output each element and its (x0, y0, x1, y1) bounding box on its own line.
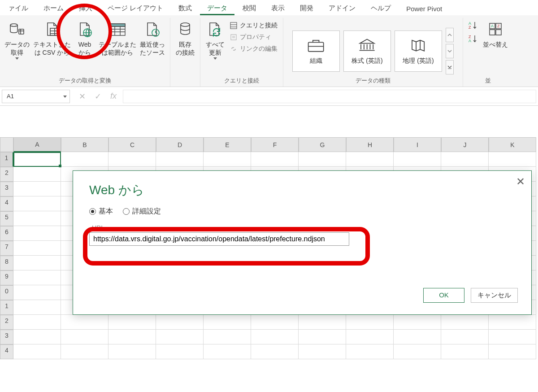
select-all-corner[interactable] (0, 137, 13, 152)
cell[interactable] (489, 315, 536, 330)
formula-input[interactable] (123, 90, 536, 103)
from-csv-button[interactable]: テキストまた は CSV から (31, 18, 73, 57)
sort-desc-button[interactable]: ZA (467, 33, 480, 44)
cancel-button[interactable]: キャンセル (471, 288, 518, 303)
row-header[interactable]: 0 (0, 285, 13, 300)
cell[interactable] (299, 344, 346, 359)
tab-help[interactable]: ヘルプ (364, 1, 398, 15)
row-header[interactable]: 4 (0, 196, 13, 211)
get-data-button[interactable]: データの 取得 (3, 18, 31, 60)
row-header[interactable]: 2 (0, 167, 13, 182)
cell[interactable] (13, 270, 61, 285)
fx-icon[interactable]: fx (110, 91, 117, 101)
cell[interactable] (489, 344, 536, 359)
cell[interactable] (346, 330, 394, 344)
col-header-J[interactable]: J (441, 137, 489, 152)
ok-button[interactable]: OK (423, 288, 464, 303)
tab-insert[interactable]: 挿入 (72, 1, 100, 15)
row-header[interactable]: 3 (0, 330, 13, 344)
cell[interactable] (299, 152, 346, 167)
cell[interactable] (13, 344, 61, 359)
row-header[interactable]: 9 (0, 270, 13, 285)
cell[interactable] (13, 256, 61, 270)
cell[interactable] (156, 152, 204, 167)
row-header[interactable]: 5 (0, 211, 13, 226)
sort-asc-button[interactable]: AZ (467, 20, 480, 30)
properties-button[interactable]: プロパティ (227, 31, 280, 43)
edit-links-button[interactable]: リンクの編集 (227, 43, 280, 55)
row-header[interactable]: 1 (0, 300, 13, 315)
tab-page-layout[interactable]: ページ レイアウト (100, 1, 170, 15)
radio-basic[interactable]: 基本 (89, 207, 113, 216)
tab-data[interactable]: データ (200, 1, 234, 15)
tab-home[interactable]: ホーム (36, 1, 71, 15)
cell[interactable] (13, 182, 61, 196)
recent-sources-button[interactable]: 最近使っ たソース (138, 18, 167, 57)
row-header[interactable]: 3 (0, 182, 13, 196)
cell[interactable] (251, 330, 299, 344)
col-header-B[interactable]: B (61, 137, 108, 152)
cell[interactable] (204, 330, 251, 344)
existing-connections-button[interactable]: 既存 の接続 (173, 18, 197, 57)
sort-dialog-button[interactable]: AZ 並べ替え (481, 18, 510, 48)
tab-file[interactable]: ァイル (1, 1, 35, 15)
data-type-up[interactable] (446, 28, 454, 42)
col-header-C[interactable]: C (108, 137, 156, 152)
cell[interactable] (394, 330, 441, 344)
cell[interactable] (13, 315, 61, 330)
cell[interactable] (61, 152, 108, 167)
row-header[interactable]: 4 (0, 344, 13, 359)
row-header-1[interactable]: 1 (0, 152, 13, 167)
name-box[interactable]: A1 (2, 90, 70, 103)
cell[interactable] (299, 330, 346, 344)
cell[interactable] (156, 330, 204, 344)
cell[interactable] (346, 344, 394, 359)
cell[interactable] (108, 152, 156, 167)
data-type-down[interactable] (446, 44, 454, 58)
cell[interactable] (441, 330, 489, 344)
cell[interactable] (346, 315, 394, 330)
from-web-button[interactable]: Web から (73, 18, 97, 57)
cell[interactable] (394, 152, 441, 167)
cell[interactable] (346, 152, 394, 167)
col-header-D[interactable]: D (156, 137, 204, 152)
tab-addins[interactable]: アドイン (321, 1, 363, 15)
cell[interactable] (108, 330, 156, 344)
cell[interactable] (13, 300, 61, 315)
cell[interactable] (61, 315, 108, 330)
cell[interactable] (251, 344, 299, 359)
row-header[interactable]: 7 (0, 241, 13, 256)
cell[interactable] (204, 344, 251, 359)
cell[interactable] (61, 330, 108, 344)
cell[interactable] (441, 315, 489, 330)
cell[interactable] (13, 330, 61, 344)
col-header-F[interactable]: F (251, 137, 299, 152)
row-header[interactable]: 2 (0, 315, 13, 330)
cell[interactable] (489, 330, 536, 344)
tab-review[interactable]: 校閲 (235, 1, 263, 15)
cell[interactable] (204, 315, 251, 330)
cell[interactable] (251, 315, 299, 330)
cell[interactable] (251, 152, 299, 167)
col-header-A[interactable]: A (13, 137, 61, 152)
data-type-more[interactable] (446, 60, 454, 74)
cell[interactable] (204, 152, 251, 167)
row-header[interactable]: 6 (0, 226, 13, 241)
cell[interactable] (13, 285, 61, 300)
cell[interactable] (13, 167, 61, 182)
radio-advanced[interactable]: 詳細設定 (123, 207, 161, 216)
cell[interactable] (394, 315, 441, 330)
accept-formula-icon[interactable]: ✓ (95, 91, 101, 101)
queries-connections-button[interactable]: クエリと接続 (227, 20, 280, 31)
cell[interactable] (13, 226, 61, 241)
from-table-button[interactable]: テーブルまた は範囲から (97, 18, 138, 57)
col-header-H[interactable]: H (346, 137, 394, 152)
cancel-formula-icon[interactable]: ✕ (79, 91, 86, 101)
cell[interactable] (489, 152, 536, 167)
tab-developer[interactable]: 開発 (293, 1, 321, 15)
cell[interactable] (299, 315, 346, 330)
row-header[interactable]: 8 (0, 256, 13, 270)
tab-view[interactable]: 表示 (264, 1, 292, 15)
tab-formulas[interactable]: 数式 (171, 1, 199, 15)
geo-data-type[interactable]: 地理 (英語) (395, 30, 442, 72)
